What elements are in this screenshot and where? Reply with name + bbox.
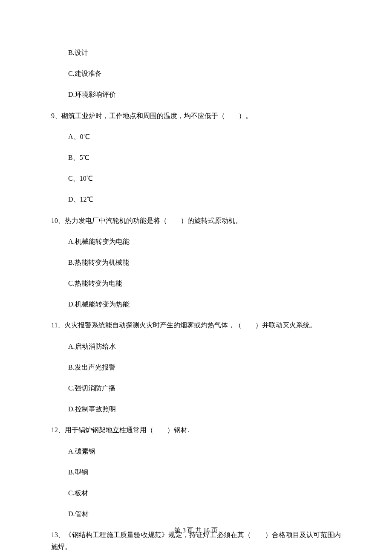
page-footer: 第 3 页 共 16 页: [0, 525, 392, 536]
q12-option-c: C.板材: [51, 487, 341, 499]
q8-option-d: D.环境影响评价: [51, 89, 341, 100]
q12-option-b: B.型钢: [51, 466, 341, 478]
q12-stem: 12、用于锅炉钢架地立柱通常用（ ）钢材.: [51, 424, 341, 436]
q11-option-a: A.启动消防给水: [51, 341, 341, 352]
q9-option-d: D、12℃: [51, 194, 341, 205]
q10-option-b: B.热能转变为机械能: [51, 257, 341, 268]
q10-option-d: D.机械能转变为热能: [51, 298, 341, 310]
q11-option-c: C.强切消防广播: [51, 382, 341, 394]
q9-option-b: B、5℃: [51, 152, 341, 163]
q12-option-d: D.管材: [51, 508, 341, 520]
q12-option-a: A.碳素钢: [51, 445, 341, 457]
q9-option-a: A、0℃: [51, 131, 341, 142]
q11-option-b: B.发出声光报警: [51, 361, 341, 373]
q10-stem: 10、热力发电厂中汽轮机的功能是将（ ）的旋转式原动机。: [51, 215, 341, 226]
q11-stem: 11、火灾报警系统能自动探测火灾时产生的烟雾或灼热气体，（ ）并联动灭火系统。: [51, 319, 341, 331]
q8-option-c: C.建设准备: [51, 68, 341, 79]
q8-option-b: B.设计: [51, 47, 341, 58]
q11-option-d: D.控制事故照明: [51, 403, 341, 415]
q9-option-c: C、10℃: [51, 173, 341, 184]
q9-stem: 9、砌筑工业炉时，工作地点和周围的温度，均不应低于（ ）。: [51, 110, 341, 121]
q10-option-a: A.机械能转变为电能: [51, 236, 341, 247]
page-content: B.设计 C.建设准备 D.环境影响评价 9、砌筑工业炉时，工作地点和周围的温度…: [0, 0, 392, 552]
q10-option-c: C.热能转变为电能: [51, 278, 341, 289]
